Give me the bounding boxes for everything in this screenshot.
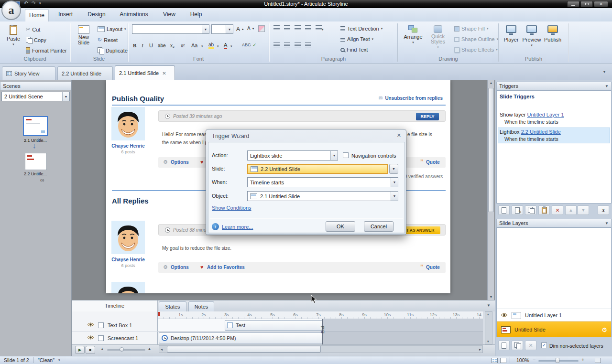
italic-button[interactable]: I bbox=[142, 43, 143, 48]
close-button[interactable]: ✕ bbox=[594, 1, 608, 7]
track-header-text-box-1[interactable]: Text Box 1 bbox=[72, 319, 158, 332]
new-slide-button[interactable]: New Slide bbox=[73, 23, 95, 60]
track-lock-checkbox[interactable] bbox=[98, 335, 104, 341]
timeline-vertical-scrollbar[interactable]: ▴ ▾ bbox=[485, 311, 492, 344]
font-color-button[interactable]: A bbox=[224, 42, 227, 49]
shape-fill-button[interactable]: Shape Fill▾ bbox=[454, 26, 488, 32]
track-header-screencast-1[interactable]: Screencast 1 bbox=[72, 332, 158, 344]
layer-gear-icon[interactable]: ⚙ bbox=[601, 326, 607, 333]
action-dropdown[interactable]: Lightbox slide▼ bbox=[247, 150, 338, 161]
bullets-button[interactable] bbox=[273, 25, 280, 32]
align-text-button[interactable]: Align Text▾ bbox=[340, 36, 373, 42]
timeline-ruler[interactable]: 1s 2s 3s 4s 5s 6s 7s 8s 9s 10s 11s 12s 1… bbox=[158, 311, 483, 319]
scroll-down-icon[interactable]: ▾ bbox=[487, 340, 489, 343]
layout-button[interactable]: Layout▾ bbox=[98, 26, 126, 32]
scroll-down-icon[interactable]: ▼ bbox=[488, 295, 494, 299]
minimize-button[interactable] bbox=[567, 1, 579, 7]
reply-button[interactable]: REPLY bbox=[416, 113, 439, 120]
font-size-combo[interactable]: ▼ bbox=[211, 24, 233, 34]
scene-selector[interactable]: 2 Untitled Scene▼ bbox=[1, 92, 70, 101]
strikethrough-button[interactable]: abe bbox=[158, 43, 166, 48]
slide-thumbnail-2-1[interactable] bbox=[23, 116, 48, 136]
zoom-slider-knob[interactable] bbox=[556, 358, 559, 363]
tab-view[interactable]: View bbox=[158, 11, 181, 18]
dim-layers-checkbox[interactable] bbox=[541, 343, 547, 348]
copy-button[interactable]: Copy bbox=[26, 37, 46, 43]
object-dropdown[interactable]: 2.1 Untitled Slide▼ bbox=[247, 191, 398, 201]
tab-states[interactable]: States bbox=[159, 301, 186, 311]
shape-effects-button[interactable]: Shape Effects▾ bbox=[454, 47, 498, 53]
superscript-button[interactable]: x² bbox=[181, 43, 185, 48]
shrink-font-button[interactable]: A▾ bbox=[247, 26, 254, 31]
zoom-in-icon[interactable]: ▴ bbox=[148, 346, 151, 351]
fit-to-window-icon[interactable] bbox=[595, 358, 601, 363]
timeline-stop-button[interactable]: ■ bbox=[86, 346, 95, 354]
tab-slide-2-1-active[interactable]: 2.1 Untitled Slide ✕ bbox=[115, 65, 175, 80]
object-dropdown-icon[interactable]: ▼ bbox=[391, 192, 398, 201]
duplicate-layer-button[interactable] bbox=[512, 341, 523, 350]
post1-author[interactable]: Chayse Henrie bbox=[111, 143, 145, 149]
layer-row-untitled-layer-1[interactable]: Untitled Layer 1 bbox=[497, 309, 611, 321]
bold-button[interactable]: B bbox=[133, 43, 136, 48]
collapse-icon[interactable]: ▼ bbox=[605, 221, 609, 225]
text-direction-button[interactable]: Text Direction▾ bbox=[340, 26, 382, 32]
scroll-up-icon[interactable]: ▴ bbox=[487, 312, 489, 316]
decrease-indent-button[interactable] bbox=[295, 25, 301, 32]
clear-formatting-button[interactable] bbox=[258, 25, 265, 32]
grow-font-button[interactable]: A▴ bbox=[236, 26, 244, 32]
slide-dropdown-icon[interactable]: ▼ bbox=[389, 164, 398, 174]
spell-check-button[interactable]: ABC✓ bbox=[242, 43, 256, 47]
trigger-item-lightbox-selected[interactable]: Lightbox 2.2 Untitled Slide When the tim… bbox=[498, 128, 610, 143]
change-case-button[interactable]: Aa bbox=[191, 43, 197, 48]
publish-button[interactable]: Publish bbox=[543, 23, 562, 60]
timeline-bar-desktop[interactable]: Desktop (7/11/2012 4:50 PM) bbox=[159, 332, 323, 343]
preview-button[interactable]: Preview▾ bbox=[522, 23, 541, 60]
options-link[interactable]: Options bbox=[171, 160, 189, 165]
scroll-thumb[interactable] bbox=[488, 88, 494, 212]
justify-button[interactable] bbox=[305, 43, 311, 49]
line-spacing-button[interactable]: ▾ bbox=[316, 25, 324, 32]
eye-icon[interactable] bbox=[501, 312, 508, 319]
copy-trigger-button[interactable] bbox=[525, 205, 536, 215]
collapse-icon[interactable]: ▼ bbox=[605, 84, 609, 88]
scroll-up-icon[interactable]: ▲ bbox=[488, 81, 494, 85]
tab-design[interactable]: Design bbox=[84, 11, 109, 18]
ok-button[interactable]: OK bbox=[326, 221, 355, 232]
underline-button[interactable]: U bbox=[149, 43, 153, 48]
add-favorites-link[interactable]: Add to Favorites bbox=[207, 265, 245, 270]
reset-button[interactable]: ↻Reset bbox=[98, 37, 118, 43]
show-conditions-link[interactable]: Show Conditions bbox=[212, 205, 251, 211]
theme-dropdown-icon[interactable]: ▾ bbox=[58, 358, 60, 362]
subscript-button[interactable]: x₂ bbox=[170, 43, 175, 48]
app-logo[interactable]: a bbox=[1, 0, 21, 20]
timeline-bar-test[interactable]: Test bbox=[225, 320, 323, 331]
scroll-thumb[interactable] bbox=[167, 346, 321, 353]
increase-indent-button[interactable] bbox=[305, 25, 311, 32]
playhead[interactable] bbox=[158, 312, 160, 316]
unsubscribe-link[interactable]: ✉Unsubscribe from replies bbox=[379, 96, 443, 101]
layer-row-untitled-slide-selected[interactable]: Untitled Slide ⚙ bbox=[497, 321, 611, 337]
find-text-button[interactable]: Find Text bbox=[340, 47, 368, 53]
delete-layer-button[interactable]: ✕ bbox=[525, 341, 536, 350]
scroll-right-icon[interactable]: ▸ bbox=[479, 347, 481, 352]
action-dropdown-icon[interactable]: ▼ bbox=[330, 151, 338, 160]
cancel-button[interactable]: Cancel bbox=[364, 221, 393, 232]
timeline-play-button[interactable]: ▶ bbox=[75, 346, 85, 354]
tab-animations[interactable]: Animations bbox=[116, 11, 152, 18]
story-view-toggle-icon[interactable] bbox=[492, 358, 498, 363]
tab-story-view[interactable]: Story View bbox=[2, 66, 55, 80]
highlight-color-button[interactable]: ab bbox=[208, 42, 214, 49]
eye-icon[interactable] bbox=[87, 322, 94, 328]
slide-thumbnail-2-2[interactable] bbox=[25, 153, 47, 170]
font-size-dropdown-icon[interactable]: ▼ bbox=[226, 25, 233, 33]
tab-overflow-icon[interactable]: ▾ bbox=[603, 70, 605, 74]
zoom-out-icon[interactable]: ▴ bbox=[101, 347, 103, 351]
scene-selector-dropdown-icon[interactable]: ▼ bbox=[62, 92, 69, 101]
track-lock-checkbox[interactable] bbox=[98, 322, 104, 328]
tab-help[interactable]: Help bbox=[185, 11, 208, 18]
post2-author[interactable]: Chayse Henrie bbox=[111, 257, 145, 262]
tab-insert[interactable]: Insert bbox=[54, 11, 77, 18]
options-link[interactable]: Options bbox=[171, 265, 189, 270]
manage-variables-button[interactable]: X bbox=[598, 205, 609, 215]
canvas-vertical-scrollbar[interactable]: ▲ ▼ bbox=[487, 80, 494, 300]
